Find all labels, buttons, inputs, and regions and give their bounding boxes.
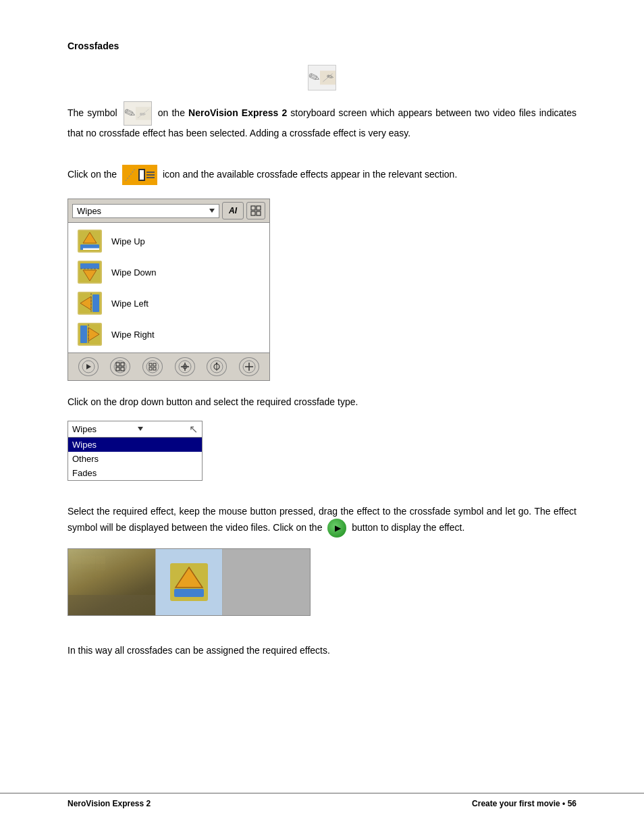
play-button-icon xyxy=(327,519,346,538)
preview-strip: ░░░░░░░ ░░░░░░░ ░░░░░░ xyxy=(68,548,311,616)
no-crossfade-icon: ✏ xyxy=(124,101,152,126)
crossfade-dropdown-list[interactable]: Wipes ↖ Wipes Others Fades xyxy=(68,421,203,481)
footer-btn-5[interactable] xyxy=(207,357,227,376)
footer-right-text: Create your first movie • 56 xyxy=(472,799,576,808)
paragraph-1: The symbol ✏ on the NeroVision Express 2… xyxy=(68,101,576,140)
svg-rect-8 xyxy=(251,206,255,210)
section-heading: Crossfades xyxy=(68,41,576,51)
dropdown-item-others[interactable]: Others xyxy=(68,452,202,466)
wipe-down-label: Wipe Down xyxy=(111,267,156,278)
paragraph-3: Click on the drop down button and select… xyxy=(68,394,576,409)
cursor-icon: ↖ xyxy=(189,423,198,436)
svg-rect-9 xyxy=(257,206,261,210)
list-item[interactable]: Wipe Left xyxy=(68,288,269,319)
wipe-right-label: Wipe Right xyxy=(111,330,155,340)
paragraph-5: In this way all crossfades can be assign… xyxy=(68,643,576,658)
preview-left-thumbnail: ░░░░░░░ ░░░░░░░ ░░░░░░ xyxy=(68,549,155,615)
wipe-up-icon: ▬▬▬ xyxy=(78,230,102,253)
page-container: Crossfades ✎ The symbol ✏ on the NeroVis… xyxy=(0,0,644,834)
footer-btn-1[interactable] xyxy=(78,357,99,376)
list-item[interactable]: ▬▬▬ Wipe Up xyxy=(68,226,269,257)
wipes-dropdown[interactable]: Wipes xyxy=(72,204,219,218)
grid-button[interactable] xyxy=(246,202,265,219)
footer-btn-3[interactable] xyxy=(142,357,163,376)
footer-btn-2[interactable] xyxy=(110,357,130,376)
preview-center-wipe xyxy=(155,549,223,615)
toolbar-icon-area: Click on the icon and the available cros… xyxy=(68,165,576,185)
svg-rect-11 xyxy=(257,211,261,215)
crossfade-toolbar-icon xyxy=(122,165,157,185)
svg-text:▬▬▬: ▬▬▬ xyxy=(83,245,99,251)
svg-rect-30 xyxy=(80,325,87,343)
footer-left-text: NeroVision Express 2 xyxy=(68,799,151,808)
page-footer: NeroVision Express 2 Create your first m… xyxy=(0,793,644,814)
wipes-panel-header: Wipes AI xyxy=(68,199,269,223)
svg-rect-10 xyxy=(251,211,255,215)
paragraph-2: Click on the icon and the available cros… xyxy=(68,165,576,185)
svg-rect-20 xyxy=(80,263,99,269)
wipe-down-icon xyxy=(78,261,102,284)
svg-rect-25 xyxy=(92,294,99,312)
wipe-up-label: Wipe Up xyxy=(111,236,145,246)
wipe-right-icon xyxy=(78,323,102,346)
wipe-left-label: Wipe Left xyxy=(111,298,149,309)
svg-point-39 xyxy=(146,361,159,373)
svg-text:✏: ✏ xyxy=(140,110,146,118)
dropdown-list-arrow-icon[interactable] xyxy=(138,427,143,431)
footer-btn-4[interactable] xyxy=(175,357,195,376)
dropdown-item-fades[interactable]: Fades xyxy=(68,466,202,480)
svg-rect-6 xyxy=(124,165,137,184)
footer-btn-6[interactable] xyxy=(239,357,259,376)
all-button[interactable]: AI xyxy=(222,202,244,219)
paragraph-4: Select the required effect, keep the mou… xyxy=(68,504,576,538)
list-item[interactable]: Wipe Down xyxy=(68,257,269,288)
list-item[interactable]: Wipe Right xyxy=(68,319,269,350)
preview-right-thumbnail xyxy=(223,549,310,615)
symbol-area: ✎ xyxy=(68,65,576,90)
wipes-panel-footer xyxy=(68,353,269,380)
dropdown-arrow-icon[interactable] xyxy=(209,209,215,213)
crossfade-symbol-icon: ✎ xyxy=(308,65,336,90)
wipes-panel: Wipes AI xyxy=(68,199,270,381)
wipes-items-container: ▬▬▬ Wipe Up Wipe Down xyxy=(68,223,269,353)
svg-rect-57 xyxy=(174,589,204,597)
dropdown-list-header: Wipes ↖ xyxy=(68,421,202,438)
dropdown-item-wipes[interactable]: Wipes xyxy=(68,438,202,452)
center-wipe-icon xyxy=(170,563,208,601)
wipe-left-icon xyxy=(78,292,102,315)
